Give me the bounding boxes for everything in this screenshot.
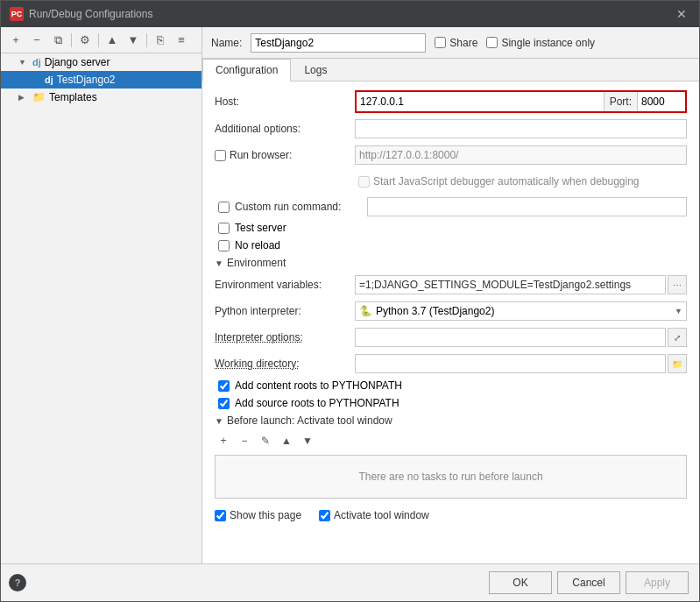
env-vars-label: Environment variables: [215,279,355,291]
host-port-row: Host: Port: [215,90,687,113]
interp-options-row: Interpreter options: ⤢ [215,327,687,348]
toolbar-separator-2 [98,33,99,47]
sidebar-toolbar: + − ⧉ ⚙ ▲ ▼ ⎘ ≡ [1,27,202,53]
run-browser-url-input[interactable] [355,145,687,165]
before-launch-arrow: ▼ [215,416,223,426]
port-label: Port: [604,92,637,111]
launch-up-button[interactable]: ▲ [278,432,295,450]
working-dir-group: 📁 [355,354,687,373]
before-launch-header[interactable]: ▼ Before launch: Activate tool window [215,414,687,427]
before-launch-label: Before launch: Activate tool window [227,414,392,427]
port-input[interactable] [637,92,685,111]
env-vars-browse-button[interactable]: ⋯ [668,275,687,294]
activate-tool-label: Activate tool window [334,509,429,521]
share-checkbox[interactable] [435,37,446,48]
working-dir-input[interactable] [355,354,666,373]
python-icon: 🐍 [359,305,372,317]
python-interp-label: Python interpreter: [215,305,355,317]
env-vars-input[interactable] [355,275,666,294]
dialog-footer: ? OK Cancel Apply [1,563,699,601]
launch-edit-button[interactable]: ✎ [257,432,274,450]
settings-button[interactable]: ⚙ [75,31,95,50]
launch-toolbar: + − ✎ ▲ ▼ [215,432,687,450]
host-input[interactable] [357,92,604,111]
tree-item-templates[interactable]: ▶ 📁 Templates [1,89,202,106]
host-label: Host: [215,96,355,108]
move-button[interactable]: ⎘ [151,31,170,50]
working-dir-browse-button[interactable]: 📁 [668,354,687,373]
no-reload-checkbox[interactable] [218,240,230,251]
tab-logs[interactable]: Logs [291,59,340,81]
add-config-button[interactable]: + [6,31,25,50]
share-label: Share [449,37,477,49]
cancel-button[interactable]: Cancel [557,571,620,594]
show-page-checkbox[interactable] [215,510,226,521]
launch-add-button[interactable]: + [215,432,232,450]
close-button[interactable]: ✕ [673,5,690,23]
help-button[interactable]: ? [9,574,26,591]
sidebar: + − ⧉ ⚙ ▲ ▼ ⎘ ≡ ▼ dj Django server dj [1,27,202,563]
environment-section: ▼ Environment Environment variables: ⋯ P… [215,257,687,409]
expand-icon: ▼ [18,58,29,67]
launch-down-button[interactable]: ▼ [299,432,316,450]
move-up-button[interactable]: ▲ [103,31,122,50]
python-interp-value: 🐍 Python 3.7 (TestDjango2) [359,305,494,317]
tree-item-django-server[interactable]: ▼ dj Django server [1,53,202,71]
move-down-button[interactable]: ▼ [124,31,143,50]
interp-options-expand-button[interactable]: ⤢ [668,328,687,347]
env-vars-row: Environment variables: ⋯ [215,274,687,295]
show-page-label: Show this page [230,509,301,521]
environment-label: Environment [227,257,286,269]
run-browser-checkbox[interactable] [215,150,226,161]
remove-config-button[interactable]: − [27,31,46,50]
tab-configuration[interactable]: Configuration [202,59,291,81]
name-input[interactable] [251,33,426,53]
test-server-checkbox[interactable] [218,223,230,234]
add-source-roots-checkbox[interactable] [218,398,230,409]
title-bar-left: PC Run/Debug Configurations [10,7,152,21]
interp-options-label: Interpreter options: [215,331,355,343]
main-panel: Name: Share Single instance only Configu… [202,27,699,563]
run-browser-row: Run browser: [215,145,687,166]
single-instance-checkbox[interactable] [486,37,498,48]
activate-tool-checkbox[interactable] [319,510,330,521]
title-bar: PC Run/Debug Configurations ✕ [1,1,699,27]
launch-remove-button[interactable]: − [236,432,253,450]
share-checkbox-row: Share [435,37,477,49]
js-debugger-row: Start JavaScript debugger automatically … [215,171,687,192]
python-interp-select[interactable]: 🐍 Python 3.7 (TestDjango2) ▼ [355,301,687,321]
run-debug-dialog: PC Run/Debug Configurations ✕ + − ⧉ ⚙ ▲ … [0,0,700,602]
dialog-content: + − ⧉ ⚙ ▲ ▼ ⎘ ≡ ▼ dj Django server dj [1,27,699,563]
env-collapse-arrow: ▼ [215,259,223,268]
toolbar-separator-3 [146,33,147,47]
templates-icon: 📁 [32,91,46,103]
custom-run-checkbox[interactable] [218,202,230,213]
no-reload-label: No reload [235,239,280,251]
name-bar: Name: Share Single instance only [202,27,699,59]
copy-config-button[interactable]: ⧉ [48,31,67,50]
working-dir-row: Working directory: 📁 [215,353,687,374]
run-browser-label: Run browser: [230,149,292,161]
ok-button[interactable]: OK [489,571,552,594]
add-content-roots-label: Add content roots to PYTHONPATH [235,379,402,392]
environment-header[interactable]: ▼ Environment [215,257,687,269]
js-debugger-checkbox[interactable] [358,176,370,188]
name-label: Name: [211,37,242,49]
sort-button[interactable]: ≡ [172,31,191,50]
before-launch-section: ▼ Before launch: Activate tool window + … [215,414,687,525]
add-source-roots-row: Add source roots to PYTHONPATH [215,397,687,409]
apply-button[interactable]: Apply [626,571,689,594]
additional-options-input[interactable] [355,119,687,138]
custom-run-input[interactable] [367,197,687,216]
tree-item-testdjango2[interactable]: dj TestDjango2 [1,71,202,89]
single-instance-row: Single instance only [486,37,595,49]
interp-options-input[interactable] [355,328,666,347]
interp-options-group: ⤢ [355,328,687,347]
django-server-label: Django server [45,56,110,68]
working-dir-label: Working directory: [215,358,355,370]
test-server-label: Test server [235,222,286,234]
add-content-roots-checkbox[interactable] [218,380,230,392]
expand-icon-3: ▶ [18,93,29,102]
custom-run-label: Custom run command: [235,201,362,213]
single-instance-label: Single instance only [501,37,595,49]
